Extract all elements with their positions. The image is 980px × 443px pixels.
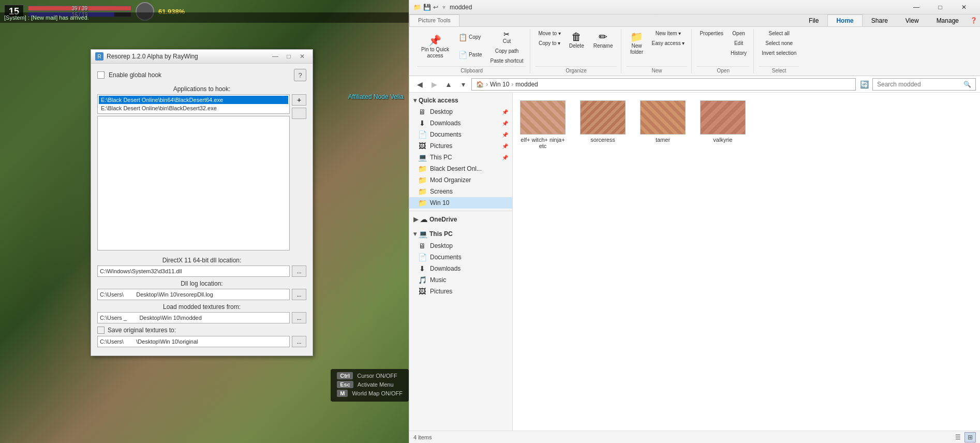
- tab-home[interactable]: Home: [827, 14, 862, 26]
- select-all-button[interactable]: Select all: [759, 29, 799, 38]
- refresh-button[interactable]: 🔄: [858, 78, 870, 91]
- edit-button[interactable]: Edit: [728, 39, 749, 48]
- log-browse-button[interactable]: ...: [292, 289, 306, 300]
- organize-label: Organize: [536, 66, 616, 73]
- sidebar-item-downloads-pc[interactable]: ⬇ Downloads: [409, 263, 512, 274]
- back-button[interactable]: ◀: [413, 78, 426, 91]
- file-item-2[interactable]: sorceress: [577, 97, 629, 153]
- sidebar-item-screens[interactable]: 📁 Screens: [409, 186, 512, 197]
- app-item-2[interactable]: E:\Black Desert Online\bin\BlackDesert32…: [99, 104, 288, 112]
- pictures-pc-label: Pictures: [430, 288, 508, 295]
- invert-selection-button[interactable]: Invert selection: [759, 49, 799, 57]
- ribbon-group-select: Select all Select none Invert selection …: [755, 29, 803, 73]
- maximize-button[interactable]: □: [283, 52, 295, 61]
- keybind-cursor: Ctrl Cursor ON/OFF: [337, 372, 403, 379]
- pin-quick-access-button[interactable]: 📌 Pin to Quick access: [418, 29, 453, 65]
- tab-file[interactable]: File: [800, 14, 827, 26]
- sidebar-item-documents-pc[interactable]: 📄 Documents: [409, 252, 512, 263]
- file-name-2: sorceress: [590, 137, 615, 143]
- file-item-1[interactable]: elf+ witch+ ninja+ etc: [517, 97, 569, 153]
- tab-picture-tools[interactable]: Picture Tools: [409, 14, 459, 26]
- tab-view[interactable]: View: [897, 14, 928, 26]
- history-button[interactable]: History: [728, 49, 749, 57]
- sidebar-item-win10[interactable]: 📁 Win 10: [409, 197, 512, 209]
- textures-path-input[interactable]: [97, 312, 290, 323]
- sidebar-item-pictures-qa[interactable]: 🖼 Pictures 📌: [409, 140, 512, 152]
- thispc-header[interactable]: ▾ 💻 This PC: [409, 228, 512, 240]
- recent-button[interactable]: ▾: [457, 78, 469, 91]
- easy-access-button[interactable]: Easy access ▾: [649, 39, 688, 48]
- ribbon-help-button[interactable]: ❓: [968, 14, 980, 26]
- search-input[interactable]: [877, 81, 961, 88]
- sidebar-item-desktop-pc[interactable]: 🖥 Desktop: [409, 240, 512, 252]
- forward-button[interactable]: ▶: [428, 78, 440, 91]
- ribbon-content: 📌 Pin to Quick access 📋 Copy 📄 Paste: [409, 27, 980, 76]
- sidebar-item-mod-organizer[interactable]: 📁 Mod Organizer: [409, 174, 512, 186]
- view-details-button[interactable]: ⊞: [964, 432, 976, 442]
- close-explorer-button[interactable]: ✕: [952, 0, 976, 14]
- sidebar-item-bdo[interactable]: 📁 Black Desert Onl...: [409, 163, 512, 174]
- sidebar-item-downloads-qa[interactable]: ⬇ Downloads 📌: [409, 117, 512, 129]
- easy-access-label: Easy access ▾: [652, 40, 685, 46]
- save-original-browse-button[interactable]: ...: [292, 336, 306, 347]
- thispc-qa-pin: 📌: [502, 155, 508, 160]
- sidebar-item-documents-qa[interactable]: 📄 Documents 📌: [409, 129, 512, 140]
- qat-save-icon[interactable]: 💾: [423, 4, 431, 11]
- new-folder-button[interactable]: 📁 New folder: [627, 29, 647, 65]
- file-item-3[interactable]: tamer: [637, 97, 689, 153]
- rename-button[interactable]: ✏ Rename: [590, 29, 617, 65]
- copy-to-button[interactable]: Copy to ▾: [536, 39, 563, 48]
- breadcrumb[interactable]: 🏠 › Win 10 › modded: [471, 78, 856, 91]
- open-items: Properties Open Edit History: [697, 29, 749, 65]
- sidebar-item-music[interactable]: 🎵 Music: [409, 274, 512, 286]
- onedrive-header[interactable]: ▶ ☁ OneDrive: [409, 213, 512, 226]
- sidebar-item-desktop-qa[interactable]: 🖥 Desktop 📌: [409, 106, 512, 117]
- file-item-4[interactable]: valkyrie: [697, 97, 749, 153]
- downloads-pc-icon: ⬇: [418, 264, 427, 273]
- tab-manage[interactable]: Manage: [928, 14, 968, 26]
- quick-access-header[interactable]: ▾ Quick access: [409, 95, 512, 106]
- select-none-button[interactable]: Select none: [759, 39, 799, 48]
- view-list-button[interactable]: ☰: [952, 432, 963, 442]
- screens-icon: 📁: [418, 187, 427, 196]
- tab-share[interactable]: Share: [863, 14, 897, 26]
- move-to-button[interactable]: Move to ▾: [536, 29, 563, 38]
- textures-browse-button[interactable]: ...: [292, 312, 306, 323]
- delete-button[interactable]: 🗑 Delete: [566, 29, 588, 65]
- resorep-icon: R: [95, 52, 103, 61]
- save-original-path-input[interactable]: [97, 336, 290, 347]
- open-button[interactable]: Open: [728, 29, 749, 38]
- chat-text: [System] : [New mail] has arrived.: [4, 14, 405, 21]
- up-button[interactable]: ▲: [442, 78, 455, 91]
- sidebar-item-pictures-pc[interactable]: 🖼 Pictures: [409, 286, 512, 297]
- dll-path-input[interactable]: [97, 265, 290, 277]
- breadcrumb-win10[interactable]: Win 10: [490, 81, 509, 88]
- properties-button[interactable]: Properties: [697, 29, 726, 38]
- cut-button[interactable]: ✂ Cut: [488, 29, 526, 46]
- qat-undo-icon[interactable]: ↩: [433, 4, 438, 11]
- maximize-explorer-button[interactable]: □: [928, 0, 952, 14]
- dll-browse-button[interactable]: ...: [292, 265, 306, 277]
- copy-path-button[interactable]: Copy path: [488, 47, 526, 55]
- qat-folder-icon[interactable]: 📁: [413, 4, 421, 11]
- remove-app-button[interactable]: [292, 108, 306, 119]
- paste-shortcut-button[interactable]: Paste shortcut: [488, 56, 526, 65]
- resorep-body: Enable global hook ? Applications to hoo…: [91, 64, 313, 356]
- breadcrumb-modded[interactable]: modded: [515, 81, 538, 88]
- minimize-button[interactable]: —: [269, 52, 281, 61]
- help-button[interactable]: ?: [294, 69, 306, 81]
- copy-button[interactable]: 📋 Copy: [455, 29, 486, 46]
- paste-button[interactable]: 📄 Paste: [455, 47, 486, 63]
- sidebar-item-thispc-qa[interactable]: 💻 This PC 📌: [409, 152, 512, 163]
- close-button[interactable]: ✕: [296, 52, 308, 61]
- address-bar: ◀ ▶ ▲ ▾ 🏠 › Win 10 › modded 🔄 🔍: [409, 76, 980, 93]
- add-app-button[interactable]: +: [292, 94, 306, 106]
- new-item-button[interactable]: New item ▾: [649, 29, 688, 38]
- minimize-explorer-button[interactable]: —: [904, 0, 928, 14]
- save-original-checkbox[interactable]: [97, 327, 105, 334]
- app-item-1[interactable]: E:\Black Desert Online\bin64\BlackDesert…: [99, 96, 288, 104]
- global-hook-checkbox[interactable]: [97, 71, 105, 79]
- invert-selection-label: Invert selection: [762, 50, 796, 56]
- log-path-input[interactable]: [97, 289, 290, 300]
- game-hud: 15 39 / 39 16 / 19 61.938%: [0, 0, 409, 23]
